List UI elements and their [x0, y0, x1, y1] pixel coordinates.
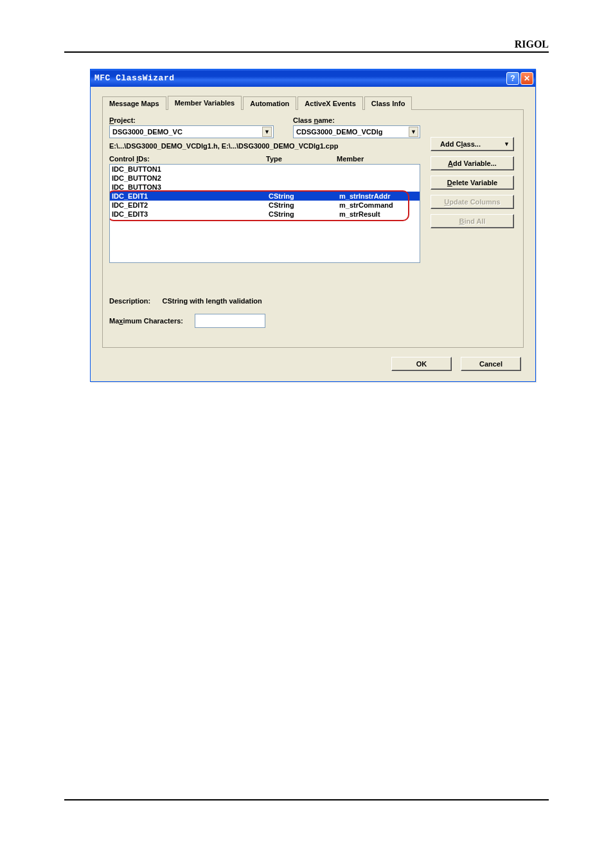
list-header: Control IDs: Type Member: [109, 155, 420, 163]
window-body: Message Maps Member Variables Automation…: [91, 87, 535, 381]
brand-label: RIGOL: [515, 39, 549, 50]
titlebar-controls: ? ✕: [506, 72, 533, 85]
tab-strip: Message Maps Member Variables Automation…: [102, 96, 524, 110]
tab-message-maps[interactable]: Message Maps: [102, 96, 166, 110]
chevron-down-icon: ▼: [504, 141, 510, 147]
close-icon[interactable]: ✕: [520, 72, 533, 85]
window-titlebar[interactable]: MFC ClassWizard ? ✕: [91, 69, 535, 87]
bottom-button-bar: OK Cancel: [96, 354, 530, 376]
member-header: Member: [337, 155, 420, 163]
description-value: CString with length validation: [163, 297, 262, 305]
classwizard-window: MFC ClassWizard ? ✕ Message Maps Member …: [90, 69, 536, 382]
list-cell-member: [339, 174, 418, 183]
list-cell-id: IDC_BUTTON1: [112, 165, 269, 174]
annotation-oval: [109, 190, 409, 221]
chevron-down-icon[interactable]: ▼: [262, 127, 272, 137]
description-label: Description:: [109, 297, 150, 305]
side-button-bar: Add Class... ▼ Add Variable... Delete Va…: [431, 137, 514, 228]
window-title: MFC ClassWizard: [94, 73, 175, 83]
page-header: RIGOL: [64, 39, 549, 53]
tab-activex-events[interactable]: ActiveX Events: [298, 96, 362, 110]
update-columns-button: Update Columns: [431, 195, 514, 209]
list-item[interactable]: IDC_BUTTON1: [110, 165, 420, 174]
tab-automation[interactable]: Automation: [243, 96, 296, 110]
cancel-button[interactable]: Cancel: [461, 357, 521, 371]
control-ids-label: Control IDs:: [109, 155, 266, 163]
list-cell-id: IDC_BUTTON2: [112, 174, 269, 183]
add-class-button[interactable]: Add Class... ▼: [431, 137, 514, 151]
file-path-label: E:\...\DSG3000_DEMO_VCDlg1.h, E:\...\DSG…: [109, 142, 420, 150]
project-label: Project:: [109, 116, 274, 124]
project-value: DSG3000_DEMO_VC: [112, 128, 182, 136]
maxchar-row: Maximum Characters:: [109, 314, 265, 328]
bind-all-button: Bind All: [431, 214, 514, 228]
tab-member-variables[interactable]: Member Variables: [168, 96, 242, 109]
add-variable-button[interactable]: Add Variable...: [431, 156, 514, 170]
help-icon[interactable]: ?: [506, 72, 519, 85]
controls-listbox[interactable]: IDC_BUTTON1 IDC_BUTTON2 IDC_BUTTON3: [109, 164, 420, 263]
type-header: Type: [266, 155, 337, 163]
maxchar-label: Maximum Characters:: [109, 317, 183, 325]
list-cell-type: [269, 165, 339, 174]
delete-variable-button[interactable]: Delete Variable: [431, 176, 514, 190]
page-footer: [64, 799, 549, 800]
tab-class-info[interactable]: Class Info: [364, 96, 413, 110]
maxchar-input[interactable]: [195, 314, 265, 328]
list-item[interactable]: IDC_BUTTON2: [110, 174, 420, 183]
project-combo[interactable]: DSG3000_DEMO_VC ▼: [109, 125, 274, 138]
classname-label: Class name:: [293, 116, 420, 124]
list-cell-member: [339, 165, 418, 174]
chevron-down-icon[interactable]: ▼: [409, 127, 418, 137]
ok-button[interactable]: OK: [391, 357, 452, 371]
list-cell-type: [269, 174, 339, 183]
description-row: Description: CString with length validat…: [109, 297, 262, 305]
panel-member-variables: Project: DSG3000_DEMO_VC ▼ Class name:: [102, 110, 524, 348]
classname-value: CDSG3000_DEMO_VCDlg: [296, 128, 383, 136]
classname-combo[interactable]: CDSG3000_DEMO_VCDlg ▼: [293, 125, 420, 138]
